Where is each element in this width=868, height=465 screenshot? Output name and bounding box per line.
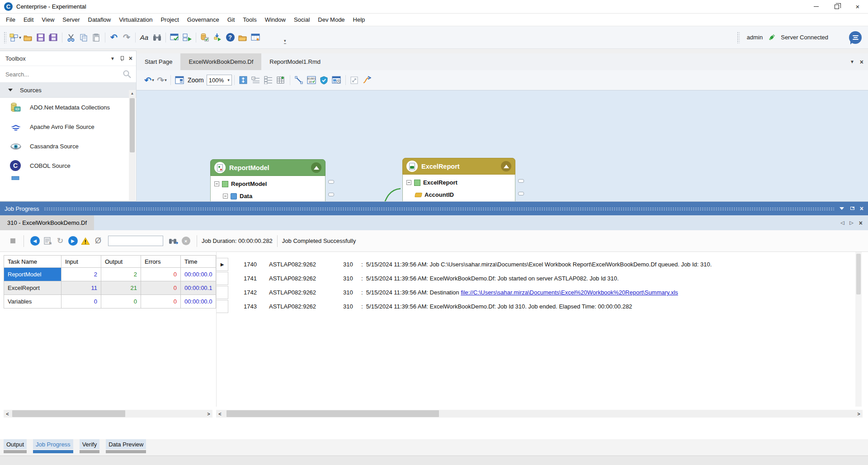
zoom-select[interactable]: 100% ▾ [207, 75, 232, 85]
warnings-button[interactable] [79, 235, 92, 247]
help-button[interactable]: ? [224, 31, 236, 44]
toolbox-scrollbar[interactable]: ▲ [129, 90, 136, 200]
job-tab[interactable]: 310 - ExcelWorkBookDemo.Df [0, 215, 94, 230]
toolbar-grip[interactable] [4, 32, 6, 43]
toolbox-item-cassandra[interactable]: Cassandra Source [0, 137, 136, 156]
stop-job-button[interactable] [6, 235, 19, 247]
toolbox-section-sources[interactable]: Sources [0, 83, 136, 98]
find-button[interactable] [151, 31, 163, 44]
scroll-left-icon[interactable]: < [216, 410, 224, 418]
tab-reportmodel1[interactable]: ReportModel1.Rmd [261, 53, 329, 70]
scrollbar-thumb[interactable] [130, 98, 135, 152]
verify-shield-button[interactable] [318, 74, 330, 86]
node-tree-row[interactable]: ReportModel [214, 178, 322, 190]
import-button[interactable] [211, 31, 224, 44]
paste-button[interactable] [90, 31, 103, 44]
log-row[interactable]: 1743 ASTLAP082:9262 310 : 5/15/2024 11:3… [217, 299, 862, 313]
new-dataflow-button[interactable]: ▾ [9, 31, 22, 44]
table-horizontal-scrollbar[interactable]: < > [4, 410, 212, 418]
scrollbar-thumb[interactable] [12, 410, 125, 417]
toolbox-item-cobol[interactable]: C COBOL Source [0, 156, 136, 176]
menu-file[interactable]: File [2, 14, 19, 26]
job-schedule-button[interactable] [330, 74, 343, 86]
menu-help[interactable]: Help [349, 14, 369, 26]
open-project-button[interactable] [236, 31, 249, 44]
database-write-button[interactable] [198, 31, 211, 44]
output-port[interactable] [328, 180, 334, 184]
reroute-links-button[interactable] [361, 74, 373, 86]
preview-raw-data-button[interactable]: 0100110 [305, 74, 318, 86]
node-excelreport[interactable]: ExcelReport ExcelReport AccountID [402, 158, 515, 201]
start-dataflow-button[interactable] [181, 31, 193, 44]
panel-pin-icon[interactable] [849, 206, 854, 211]
verify-dataflow-button[interactable] [168, 31, 181, 44]
tab-scroll-right-icon[interactable]: ▷ [849, 220, 853, 226]
scrollbar-thumb[interactable] [226, 410, 439, 417]
menu-dev-mode[interactable]: Dev Mode [314, 14, 349, 26]
job-progress-title-bar[interactable]: Job Progress × [0, 202, 868, 215]
cut-button[interactable] [65, 31, 77, 44]
table-row-reportmodel[interactable]: ReportModel 2 2 0 00:00:00.0 [4, 268, 216, 281]
toolbox-menu-caret-icon[interactable]: ▼ [110, 56, 115, 61]
autosize-button[interactable] [237, 74, 250, 86]
output-port[interactable] [518, 192, 524, 195]
job-tab-close-icon[interactable]: × [859, 220, 863, 226]
panel-menu-caret-icon[interactable] [840, 207, 844, 210]
menu-project[interactable]: Project [156, 14, 183, 26]
toolbar-grip[interactable] [737, 32, 740, 43]
scheduler-button[interactable] [249, 31, 262, 44]
table-row-variables[interactable]: Variables 0 0 0 00:00:00.0 [4, 295, 216, 308]
find-in-log-button[interactable] [167, 235, 179, 247]
tab-start-page[interactable]: Start Page [137, 53, 180, 70]
tab-close-icon[interactable]: × [860, 59, 863, 65]
node-tree-row[interactable]: AccountID [406, 189, 512, 201]
menu-view[interactable]: View [38, 14, 58, 26]
toolbox-item-ado-net[interactable]: <> ADO.Net Metadata Collections [0, 98, 136, 117]
restore-button[interactable] [826, 0, 847, 13]
node-tree-row[interactable]: ExcelReport [406, 176, 512, 189]
next-button[interactable]: ▶ [66, 235, 79, 247]
close-button[interactable]: × [847, 0, 868, 13]
output-port[interactable] [518, 179, 524, 183]
log-horizontal-scrollbar[interactable]: < > [216, 410, 863, 418]
expand-nodes-button[interactable] [250, 74, 262, 86]
tab-list-caret-icon[interactable]: ▼ [850, 59, 854, 64]
toolbox-item-partial[interactable] [0, 176, 136, 182]
tab-job-progress[interactable]: Job Progress [33, 439, 73, 453]
clear-errors-button[interactable]: Ø [92, 235, 104, 247]
canvas-undo-button[interactable]: ↶▾ [143, 74, 156, 86]
canvas-redo-button[interactable]: ↷▾ [156, 74, 168, 86]
scroll-left-icon[interactable]: < [4, 410, 11, 418]
font-style-button[interactable]: Aa [138, 31, 151, 44]
chat-button[interactable] [849, 31, 862, 44]
menu-governance[interactable]: Governance [183, 14, 223, 26]
save-button[interactable] [34, 31, 47, 44]
redo-button[interactable]: ↷ [120, 31, 133, 44]
scroll-up-icon[interactable]: ▲ [129, 90, 136, 97]
scrollbar-thumb[interactable] [856, 254, 861, 294]
expander-icon[interactable] [214, 181, 219, 186]
resize-document-button[interactable] [348, 74, 361, 86]
table-row-excelreport[interactable]: ExcelReport 11 21 0 00:00:00.1 [4, 281, 216, 295]
toolbox-close-icon[interactable]: × [129, 55, 132, 62]
toolbar-overflow-button[interactable]: ▾ [284, 39, 286, 44]
clear-search-button[interactable]: × [179, 235, 192, 247]
output-port[interactable] [328, 193, 334, 196]
dataflow-canvas[interactable]: ReportModel ReportModel Data [137, 90, 868, 201]
save-all-button[interactable] [47, 31, 60, 44]
panel-close-icon[interactable]: × [860, 205, 863, 212]
menu-git[interactable]: Git [223, 14, 239, 26]
node-collapse-button[interactable] [501, 161, 511, 171]
menu-virtualization[interactable]: Virtualization [115, 14, 156, 26]
toolbox-pin-icon[interactable] [119, 56, 124, 61]
toolbox-item-avro[interactable]: Apache Avro File Source [0, 117, 136, 137]
open-button[interactable] [22, 31, 34, 44]
log-search-input[interactable] [108, 236, 163, 246]
tab-verify[interactable]: Verify [80, 439, 100, 453]
menu-social[interactable]: Social [290, 14, 314, 26]
node-collapse-button[interactable] [311, 162, 321, 173]
expander-icon[interactable] [223, 194, 228, 199]
scroll-right-icon[interactable]: > [855, 410, 863, 418]
node-reportmodel[interactable]: ReportModel ReportModel Data [210, 159, 326, 201]
undo-button[interactable]: ↶ [108, 31, 120, 44]
